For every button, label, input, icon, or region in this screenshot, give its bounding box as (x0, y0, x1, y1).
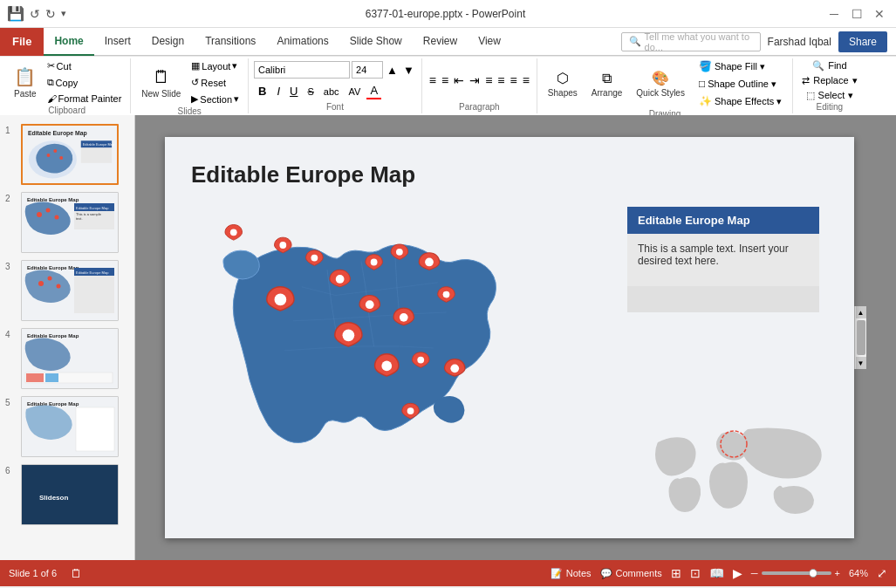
zoom-slider[interactable]: ─ + (751, 568, 840, 578)
slide-thumb-4[interactable]: 4 Editable Europe Map (3, 326, 131, 391)
search-box[interactable]: 🔍 Tell me what you want to do... (621, 32, 761, 51)
decrease-indent-button[interactable]: ⇤ (452, 72, 466, 89)
europe-map-container[interactable] (191, 198, 531, 495)
decrease-font-icon[interactable]: ▼ (401, 64, 416, 77)
svg-text:text.: text. (76, 216, 83, 221)
font-name-input[interactable] (254, 61, 350, 79)
tab-animations[interactable]: Animations (266, 28, 339, 56)
scroll-down-button[interactable]: ▼ (856, 357, 866, 369)
copy-button[interactable]: ⧉ Copy (44, 75, 126, 90)
select-button[interactable]: ⬚ Select ▾ (803, 89, 858, 102)
slide-thumb-3[interactable]: 3 Editable Europe Map Editable Europe Ma… (3, 258, 131, 323)
slide-title[interactable]: Editable Europe Map (191, 161, 415, 188)
zoom-thumb[interactable] (809, 569, 817, 578)
svg-point-5 (53, 149, 57, 153)
align-left-button[interactable]: ≡ (483, 72, 494, 89)
svg-rect-32 (45, 373, 58, 382)
zoom-track[interactable] (762, 571, 831, 575)
strikethrough-button[interactable]: S (304, 85, 317, 98)
replace-button[interactable]: ⇄ Replace ▾ (798, 74, 860, 87)
italic-button[interactable]: I (273, 84, 284, 99)
cut-icon: ✂ (47, 60, 55, 72)
info-box-body[interactable]: This is a sample text. Insert your desir… (627, 234, 819, 286)
align-right-button[interactable]: ≡ (509, 72, 519, 89)
slide-thumb-2[interactable]: 2 Editable Europe Map Editable Europe Ma… (3, 190, 131, 255)
close-button[interactable]: ✕ (870, 4, 889, 24)
redo-icon[interactable]: ↻ (45, 7, 56, 21)
notes-button[interactable]: 📝 Notes (551, 568, 592, 579)
tab-design[interactable]: Design (141, 28, 195, 56)
restore-button[interactable]: ☐ (847, 4, 866, 24)
drawing-row-1: ⬡ Shapes ⧉ Arrange 🎨 Quick Styles 🪣 Shap… (543, 58, 787, 109)
zoom-out-icon[interactable]: ─ (751, 568, 758, 578)
slide-img-5: Editable Europe Map (21, 396, 119, 457)
layout-dropdown-icon: ▾ (232, 60, 237, 72)
tab-review[interactable]: Review (413, 28, 468, 56)
minimize-button[interactable]: ─ (824, 4, 844, 24)
tab-file[interactable]: File (0, 28, 44, 56)
tab-slideshow[interactable]: Slide Show (339, 28, 413, 56)
increase-font-icon[interactable]: ▲ (385, 64, 400, 77)
slide-thumb-6[interactable]: 6 Slideson (3, 462, 131, 527)
find-label: Find (828, 60, 846, 71)
bold-button[interactable]: B (254, 83, 270, 99)
paste-button[interactable]: 📋 Paste (9, 59, 42, 105)
notes-label: Notes (566, 568, 592, 578)
format-painter-button[interactable]: 🖌 Format Painter (44, 92, 126, 106)
tab-view[interactable]: View (468, 28, 511, 56)
layout-button[interactable]: ▦ Layout ▾ (188, 58, 243, 73)
align-center-button[interactable]: ≡ (496, 72, 506, 89)
comments-icon: 💬 (600, 568, 612, 579)
tab-insert[interactable]: Insert (94, 28, 141, 56)
zoom-in-icon[interactable]: + (835, 568, 840, 578)
slide-thumb-1[interactable]: 1 Editable Europe Map Editable E (3, 122, 131, 187)
comments-label: Comments (616, 568, 662, 578)
normal-view-icon[interactable]: ⊞ (671, 566, 681, 580)
shapes-icon: ⬡ (557, 70, 569, 86)
reading-view-icon[interactable]: 📖 (709, 566, 724, 580)
section-icon: ▶ (191, 93, 198, 105)
reset-button[interactable]: ↺ Reset (188, 75, 243, 90)
font-color-button[interactable]: A (366, 83, 381, 99)
undo-icon[interactable]: ↺ (30, 7, 40, 21)
arrange-button[interactable]: ⧉ Arrange (586, 65, 628, 102)
save-icon[interactable]: 💾 (7, 5, 24, 22)
share-button[interactable]: Share (838, 31, 887, 52)
shape-fill-button[interactable]: 🪣 Shape Fill ▾ (694, 58, 787, 74)
increase-indent-button[interactable]: ⇥ (468, 72, 482, 89)
justify-button[interactable]: ≡ (521, 72, 531, 89)
bullets-button[interactable]: ≡ (427, 72, 438, 89)
tab-home[interactable]: Home (44, 28, 93, 56)
slide-sorter-icon[interactable]: ⊡ (690, 566, 701, 580)
tab-transitions[interactable]: Transitions (195, 28, 266, 56)
vertical-scrollbar[interactable]: ▲ ▼ (854, 306, 866, 369)
new-slide-button[interactable]: 🗒 New Slide (136, 60, 186, 106)
clipboard-label: Clipboard (48, 106, 85, 117)
quick-styles-button[interactable]: 🎨 Quick Styles (631, 65, 690, 102)
slide-thumb-5[interactable]: 5 Editable Europe Map (3, 394, 131, 459)
fit-slide-icon[interactable]: ⤢ (877, 566, 887, 580)
slideshow-icon[interactable]: ▶ (733, 566, 742, 580)
numbering-button[interactable]: ≡ (440, 72, 450, 89)
comments-button[interactable]: 💬 Comments (600, 568, 662, 579)
cut-button[interactable]: ✂ Cut (44, 58, 126, 73)
svg-point-40 (311, 255, 318, 262)
svg-point-24 (57, 284, 61, 289)
shadow-button[interactable]: abc (320, 85, 343, 98)
europe-map-svg (191, 198, 531, 495)
scroll-up-button[interactable]: ▲ (856, 306, 866, 318)
font-size-input[interactable] (352, 61, 383, 79)
find-button[interactable]: 🔍 Find (809, 59, 850, 72)
editing-label: Editing (817, 102, 844, 113)
info-box[interactable]: Editable Europe Map This is a sample tex… (627, 207, 819, 312)
shape-outline-button[interactable]: □ Shape Outline ▾ (694, 76, 787, 92)
slide-preview-6: Slideson (22, 465, 118, 524)
slide-canvas[interactable]: Editable Europe Map (165, 137, 854, 538)
section-dropdown-icon: ▾ (234, 93, 239, 105)
shape-effects-button[interactable]: ✨ Shape Effects ▾ (694, 93, 787, 109)
section-button[interactable]: ▶ Section ▾ (188, 92, 243, 106)
underline-button[interactable]: U (286, 84, 301, 99)
shapes-button[interactable]: ⬡ Shapes (543, 65, 583, 102)
char-spacing-button[interactable]: AV (345, 85, 365, 98)
scroll-thumb[interactable] (857, 320, 865, 355)
